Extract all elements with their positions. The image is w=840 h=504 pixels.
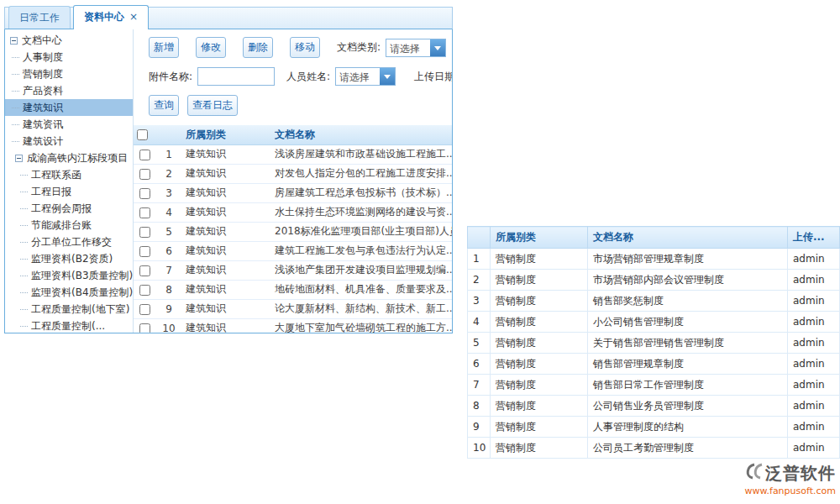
sidebar-item-work-transfer[interactable]: 分工单位工作移交 bbox=[5, 234, 133, 250]
upload-date-label: 上传日期 bbox=[414, 70, 452, 84]
table-row[interactable]: 3 营销制度 销售部奖惩制度 admin bbox=[468, 291, 840, 312]
row-doc-name[interactable]: 小公司销售管理制度 bbox=[588, 312, 788, 333]
row-doc-name[interactable]: 公司员工考勤管理制度 bbox=[588, 438, 788, 459]
row-doc-name[interactable]: 关于销售部管理销售管理制度 bbox=[588, 333, 788, 354]
sidebar-item-marketing-policy[interactable]: 营销制度 bbox=[5, 66, 133, 82]
row-checkbox[interactable] bbox=[139, 246, 150, 257]
row-doc-name[interactable]: 2018标准化监理项目部(业主项目部)人员... bbox=[271, 222, 452, 241]
row-checkbox[interactable] bbox=[139, 265, 150, 276]
table-row[interactable]: 6 营销制度 销售部管理规章制度 admin bbox=[468, 354, 840, 375]
doc-type-select[interactable]: 请选择 bbox=[386, 39, 446, 57]
table-row[interactable]: 8 营销制度 公司销售业务员管理制度 admin bbox=[468, 396, 840, 417]
row-doc-name[interactable]: 公司销售业务员管理制度 bbox=[588, 396, 788, 417]
table-row[interactable]: 2 营销制度 市场营销部内部会议管理制度 admin bbox=[468, 270, 840, 291]
tree-root-document-center[interactable]: 文档中心 bbox=[5, 32, 133, 49]
row-category: 营销制度 bbox=[491, 333, 588, 354]
screen: 日常工作 资料中心× 文档中心 人事制度 营销制度 产品资料 建筑知识 建筑资讯… bbox=[0, 0, 840, 504]
sidebar-tree: 文档中心 人事制度 营销制度 产品资料 建筑知识 建筑资讯 建筑设计 成渝高铁内… bbox=[5, 29, 134, 333]
delete-button[interactable]: 删除 bbox=[243, 37, 273, 58]
row-checkbox[interactable] bbox=[139, 323, 150, 333]
table-row[interactable]: 3 建筑知识 房屋建筑工程总承包投标书（技术标）... bbox=[134, 183, 452, 202]
table-row[interactable]: 5 建筑知识 2018标准化监理项目部(业主项目部)人员... bbox=[134, 222, 452, 241]
number-column-header bbox=[468, 227, 491, 249]
sidebar-item-weekly-meeting[interactable]: 工程例会周报 bbox=[5, 200, 133, 217]
row-checkbox[interactable] bbox=[139, 169, 150, 180]
row-doc-name[interactable]: 市场营销部管理规章制度 bbox=[588, 249, 788, 270]
fanpu-logo: 泛普软件 www.fanpusoft.com bbox=[743, 462, 836, 496]
row-checkbox[interactable] bbox=[139, 227, 150, 238]
sidebar-item-construction-news[interactable]: 建筑资讯 bbox=[5, 116, 133, 133]
move-button[interactable]: 移动 bbox=[290, 37, 320, 58]
row-checkbox[interactable] bbox=[139, 304, 150, 315]
table-row[interactable]: 8 建筑知识 地砖地面材料、机具准备、质量要求及... bbox=[134, 280, 452, 299]
row-uploader: admin bbox=[788, 375, 840, 396]
chevron-down-icon[interactable] bbox=[430, 39, 445, 56]
window-body: 文档中心 人事制度 营销制度 产品资料 建筑知识 建筑资讯 建筑设计 成渝高铁内… bbox=[4, 29, 453, 333]
sidebar-item-construction-design[interactable]: 建筑设计 bbox=[5, 133, 133, 150]
row-doc-name[interactable]: 浅谈房屋建筑和市政基础设施工程施工... bbox=[271, 144, 452, 164]
row-doc-name[interactable]: 浅谈地产集团开发建设项目监理规划编... bbox=[271, 260, 452, 280]
sidebar-item-quality-partial[interactable]: 工程质量控制(... bbox=[5, 318, 133, 333]
sidebar-item-project-letters[interactable]: 工程联系函 bbox=[5, 166, 133, 183]
row-checkbox[interactable] bbox=[139, 188, 150, 199]
row-doc-name[interactable]: 大厦地下室加气砼墙砌筑工程的施工方... bbox=[271, 318, 452, 333]
sidebar-item-construction-knowledge[interactable]: 建筑知识 bbox=[5, 99, 133, 116]
table-row[interactable]: 6 建筑知识 建筑工程施工发包与承包违法行为认定... bbox=[134, 241, 452, 260]
tree-node-project[interactable]: 成渝高铁内江标段项目 bbox=[5, 150, 133, 166]
sidebar-item-supervision-b4[interactable]: 监理资料(B4质量控制) bbox=[5, 284, 133, 301]
collapse-icon[interactable] bbox=[15, 155, 23, 162]
sidebar-item-energy-ledger[interactable]: 节能减排台账 bbox=[5, 217, 133, 234]
collapse-icon[interactable] bbox=[10, 37, 18, 45]
attachment-name-input[interactable] bbox=[197, 67, 275, 86]
row-number: 6 bbox=[468, 354, 491, 375]
chevron-down-icon[interactable] bbox=[380, 68, 395, 85]
tab-daily-work[interactable]: 日常工作 bbox=[8, 6, 71, 29]
document-table: 所属别类 文档名称 1 建筑知识 浅谈房屋建筑和市政基础设施工程施工... bbox=[134, 125, 452, 333]
row-doc-name[interactable]: 房屋建筑工程总承包投标书（技术标）... bbox=[271, 183, 452, 202]
row-category: 营销制度 bbox=[491, 270, 588, 291]
table-row[interactable]: 10 营销制度 公司员工考勤管理制度 admin bbox=[468, 438, 840, 459]
table-row[interactable]: 9 营销制度 人事管理制度的结构 admin bbox=[468, 417, 840, 438]
row-doc-name[interactable]: 销售部管理规章制度 bbox=[588, 354, 788, 375]
table-row[interactable]: 5 营销制度 关于销售部管理销售管理制度 admin bbox=[468, 333, 840, 354]
sidebar-item-supervision-b3[interactable]: 监理资料(B3质量控制) bbox=[5, 267, 133, 284]
row-checkbox[interactable] bbox=[139, 207, 150, 218]
sidebar-item-supervision-b2[interactable]: 监理资料(B2资质) bbox=[5, 250, 133, 267]
view-log-button[interactable]: 查看日志 bbox=[187, 95, 238, 116]
select-all-checkbox[interactable] bbox=[137, 129, 148, 140]
row-category: 建筑知识 bbox=[182, 144, 271, 164]
tab-close-icon[interactable]: × bbox=[129, 11, 138, 23]
row-doc-name[interactable]: 销售部日常工作管理制度 bbox=[588, 375, 788, 396]
fanpu-logo-url[interactable]: www.fanpusoft.com bbox=[743, 486, 836, 496]
modify-button[interactable]: 修改 bbox=[196, 37, 226, 58]
table-row[interactable]: 1 营销制度 市场营销部管理规章制度 admin bbox=[468, 249, 840, 270]
tab-data-center[interactable]: 资料中心× bbox=[73, 5, 149, 29]
table-row[interactable]: 4 营销制度 小公司销售管理制度 admin bbox=[468, 312, 840, 333]
sidebar-item-hr-policy[interactable]: 人事制度 bbox=[5, 49, 133, 66]
row-doc-name[interactable]: 销售部奖惩制度 bbox=[588, 291, 788, 312]
table-row[interactable]: 7 建筑知识 浅谈地产集团开发建设项目监理规划编... bbox=[134, 260, 452, 280]
row-category: 营销制度 bbox=[491, 249, 588, 270]
sidebar-item-daily-report[interactable]: 工程日报 bbox=[5, 183, 133, 200]
attachment-name-label: 附件名称: bbox=[149, 70, 192, 84]
table-row[interactable]: 7 营销制度 销售部日常工作管理制度 admin bbox=[468, 375, 840, 396]
table-row[interactable]: 10 建筑知识 大厦地下室加气砼墙砌筑工程的施工方... bbox=[134, 318, 452, 333]
table-row[interactable]: 1 建筑知识 浅谈房屋建筑和市政基础设施工程施工... bbox=[134, 144, 452, 164]
sidebar-item-quality-basement[interactable]: 工程质量控制(地下室) bbox=[5, 301, 133, 318]
row-checkbox[interactable] bbox=[139, 150, 150, 160]
table-row[interactable]: 2 建筑知识 对发包人指定分包的工程施工进度安排... bbox=[134, 164, 452, 183]
person-name-select[interactable]: 请选择 bbox=[335, 67, 396, 86]
row-doc-name[interactable]: 建筑工程施工发包与承包违法行为认定... bbox=[271, 241, 452, 260]
row-doc-name[interactable]: 人事管理制度的结构 bbox=[588, 417, 788, 438]
table-row[interactable]: 9 建筑知识 论大厦新材料、新结构、新技术、新工... bbox=[134, 299, 452, 318]
row-doc-name[interactable]: 论大厦新材料、新结构、新技术、新工... bbox=[271, 299, 452, 318]
query-button[interactable]: 查询 bbox=[149, 95, 179, 116]
table-row[interactable]: 4 建筑知识 水土保持生态环境监测网络的建设与资... bbox=[134, 202, 452, 222]
row-checkbox[interactable] bbox=[139, 285, 150, 296]
row-doc-name[interactable]: 市场营销部内部会议管理制度 bbox=[588, 270, 788, 291]
row-doc-name[interactable]: 对发包人指定分包的工程施工进度安排... bbox=[271, 164, 452, 183]
add-button[interactable]: 新增 bbox=[149, 37, 179, 58]
row-doc-name[interactable]: 水土保持生态环境监测网络的建设与资... bbox=[271, 202, 452, 222]
sidebar-item-product-data[interactable]: 产品资料 bbox=[5, 82, 133, 99]
row-doc-name[interactable]: 地砖地面材料、机具准备、质量要求及... bbox=[271, 280, 452, 299]
